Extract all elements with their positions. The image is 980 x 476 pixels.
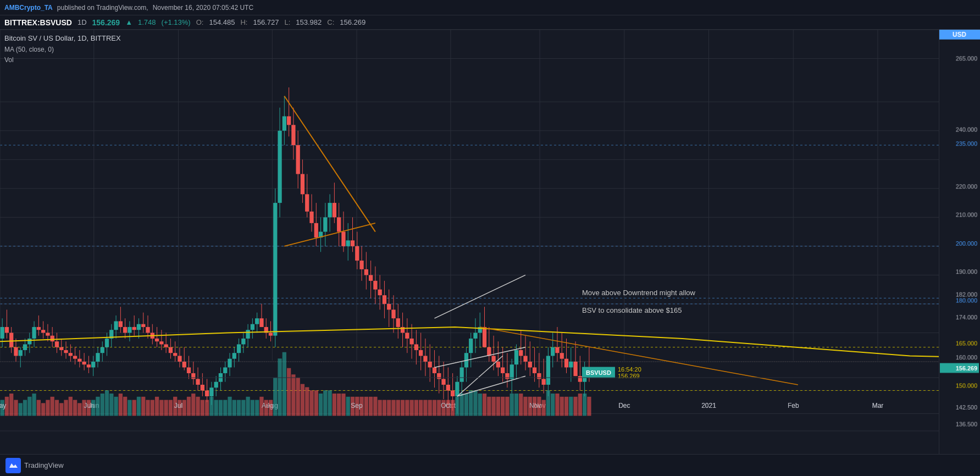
top-bar: AMBCrypto_TA published on TradingView.co… [0,0,980,15]
tv-logo-icon [5,458,21,473]
change-abs: 1.748 [138,18,156,26]
change-pct: (+1.13%) [162,18,191,26]
current-price: 156.269 [92,18,120,27]
high-label: H: [240,18,247,26]
ticker-bar: BITTREX:BSVUSD 1D 156.269 ▲ 1.748 (+1.13… [0,15,980,30]
close-value: 156.269 [340,18,366,26]
low-value: 153.982 [296,18,322,26]
ma-label: MA (50, close, 0) [4,45,121,55]
platform-text: published on TradingView.com, [57,4,148,12]
vol-label: Vol [4,55,121,65]
publish-date: November 16, 2020 07:05:42 UTC [153,4,253,12]
close-label: C: [327,18,334,26]
tradingview-logo[interactable]: TradingView [5,458,64,473]
chart-container: Bitcoin SV / US Dollar, 1D, BITTREX MA (… [0,30,980,454]
chart-info: Bitcoin SV / US Dollar, 1D, BITTREX MA (… [4,33,121,65]
y-axis-canvas [939,30,980,449]
bottom-bar: TradingView [0,454,980,476]
logo-text: TradingView [24,461,64,469]
price-arrow: ▲ [125,18,132,26]
high-value: 156.727 [253,18,279,26]
timeframe: 1D [77,18,87,26]
trading-pair: BITTREX:BSVUSD [4,18,72,27]
chart-area[interactable]: Bitcoin SV / US Dollar, 1D, BITTREX MA (… [0,30,939,454]
y-axis [939,30,980,454]
chart-title: Bitcoin SV / US Dollar, 1D, BITTREX [4,33,121,45]
open-label: O: [196,18,204,26]
publisher-name: AMBCrypto_TA [4,4,53,12]
open-value: 154.485 [209,18,235,26]
low-label: L: [284,18,290,26]
main-chart-canvas[interactable] [0,30,939,454]
